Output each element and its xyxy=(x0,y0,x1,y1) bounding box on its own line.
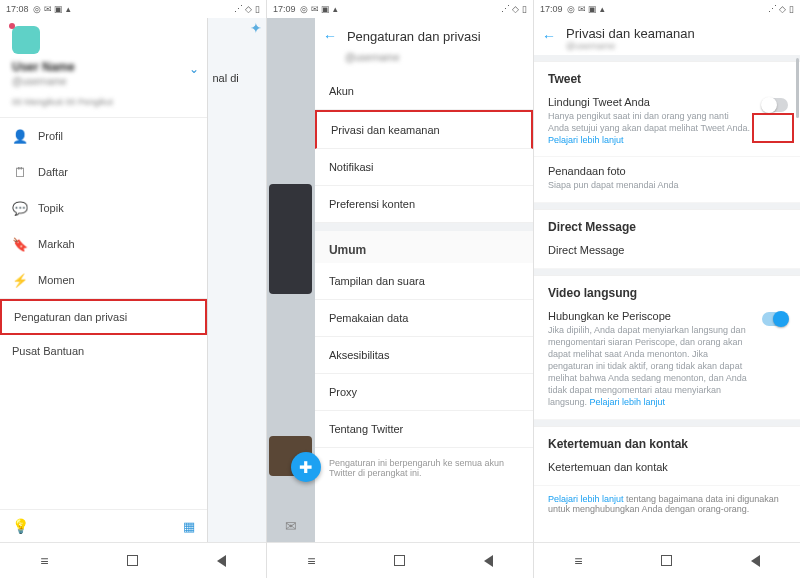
drawer-menu: User Name @username ⌄ 00 Mengikuti 00 Pe… xyxy=(0,18,207,542)
page-title: Privasi dan keamanan xyxy=(566,26,695,41)
status-bar: 17:08 ◎ ✉ ▣ ▴ ⋰ ◇ ▯ xyxy=(0,0,266,18)
row-desc: Hanya pengikut saat ini dan orang yang n… xyxy=(548,110,786,146)
discover-footer: Pelajari lebih lanjut tentang bagaimana … xyxy=(534,486,800,522)
follow-stats: 00 Mengikuti 00 Pengikut xyxy=(0,95,207,117)
row-notifikasi[interactable]: Notifikasi xyxy=(315,149,533,186)
menu-topik[interactable]: 💬 Topik xyxy=(0,190,207,226)
status-bar: 17:09 ◎ ✉ ▣ ▴ ⋰ ◇ ▯ xyxy=(534,0,800,18)
back-icon[interactable]: ← xyxy=(323,28,341,44)
row-label: Ketertemuan dan kontak xyxy=(548,461,786,473)
nav-recent[interactable]: ≡ xyxy=(301,551,321,571)
user-handle: @username xyxy=(12,76,195,87)
row-pemakaian-data[interactable]: Pemakaian data xyxy=(315,300,533,337)
android-navbar: ≡ xyxy=(534,542,800,578)
chevron-down-icon[interactable]: ⌄ xyxy=(189,62,199,76)
avatar[interactable] xyxy=(12,26,40,54)
row-label: Penandaan foto xyxy=(548,165,786,177)
sparkle-icon[interactable]: ✦ xyxy=(250,20,262,36)
learn-more-link[interactable]: Pelajari lebih lanjut xyxy=(548,135,624,145)
toggle-periscope[interactable] xyxy=(762,312,788,326)
nav-home[interactable] xyxy=(390,551,410,571)
section-discover: Ketertemuan dan kontak xyxy=(534,426,800,453)
menu-label: Momen xyxy=(38,274,75,286)
menu-label: Profil xyxy=(38,130,63,142)
user-name: User Name xyxy=(12,60,195,74)
row-desc: Jika dipilih, Anda dapat menyiarkan lang… xyxy=(548,324,786,409)
compose-fab[interactable]: ✚ xyxy=(291,452,321,482)
account-handle: @username xyxy=(315,50,533,73)
menu-momen[interactable]: ⚡ Momen xyxy=(0,262,207,298)
row-proxy[interactable]: Proxy xyxy=(315,374,533,411)
moments-icon: ⚡ xyxy=(12,272,28,288)
qr-icon[interactable]: ▦ xyxy=(183,519,195,534)
menu-profil[interactable]: 👤 Profil xyxy=(0,118,207,154)
menu-label: Daftar xyxy=(38,166,68,178)
menu-label: Topik xyxy=(38,202,64,214)
nav-back[interactable] xyxy=(212,551,232,571)
row-tampilan-suara[interactable]: Tampilan dan suara xyxy=(315,263,533,300)
menu-daftar[interactable]: 🗒 Daftar xyxy=(0,154,207,190)
menu-label: Pusat Bantuan xyxy=(12,345,84,357)
menu-label: Markah xyxy=(38,238,75,250)
settings-backdrop: ✚ ✉ xyxy=(267,18,315,542)
user-block[interactable]: User Name @username ⌄ xyxy=(0,56,207,95)
row-preferensi-konten[interactable]: Preferensi konten xyxy=(315,186,533,223)
android-navbar: ≡ xyxy=(267,542,533,578)
row-desc: Siapa pun dapat menandai Anda xyxy=(548,179,786,191)
page-title: Pengaturan dan privasi xyxy=(347,29,481,44)
menu-help[interactable]: Pusat Bantuan xyxy=(0,335,207,367)
menu-markah[interactable]: 🔖 Markah xyxy=(0,226,207,262)
bulb-icon[interactable]: 💡 xyxy=(12,518,29,534)
row-akun[interactable]: Akun xyxy=(315,73,533,110)
topic-icon: 💬 xyxy=(12,200,28,216)
row-discoverability[interactable]: Ketertemuan dan kontak xyxy=(534,453,800,486)
row-direct-message[interactable]: Direct Message xyxy=(534,236,800,269)
drawer-backdrop[interactable]: ✦ nal di xyxy=(207,18,266,542)
section-video: Video langsung xyxy=(534,275,800,302)
learn-more-link[interactable]: Pelajari lebih lanjut xyxy=(548,494,624,504)
menu-settings-privacy[interactable]: Pengaturan dan privasi xyxy=(0,299,207,335)
backdrop-text: nal di xyxy=(208,68,266,88)
pane-privacy-safety: 17:09 ◎ ✉ ▣ ▴ ⋰ ◇ ▯ ← Privasi dan keaman… xyxy=(534,0,800,578)
toggle-protect-tweets[interactable] xyxy=(762,98,788,112)
nav-back[interactable] xyxy=(479,551,499,571)
account-handle: @username xyxy=(566,41,695,51)
pane-settings: 17:09 ◎ ✉ ▣ ▴ ⋰ ◇ ▯ ✚ ✉ ← Pengaturan dan… xyxy=(267,0,534,578)
row-aksesibilitas[interactable]: Aksesibilitas xyxy=(315,337,533,374)
nav-home[interactable] xyxy=(657,551,677,571)
row-label: Lindungi Tweet Anda xyxy=(548,96,786,108)
menu-label: Pengaturan dan privasi xyxy=(14,311,127,323)
row-privasi-keamanan[interactable]: Privasi dan keamanan xyxy=(315,110,533,149)
row-tentang-twitter[interactable]: Tentang Twitter xyxy=(315,411,533,448)
settings-footer-note: Pengaturan ini berpengaruh ke semua akun… xyxy=(315,448,533,488)
row-label: Hubungkan ke Periscope xyxy=(548,310,786,322)
person-icon: 👤 xyxy=(12,128,28,144)
android-navbar: ≡ xyxy=(0,542,266,578)
section-umum: Umum xyxy=(315,231,533,263)
media-thumb xyxy=(269,184,312,294)
nav-recent[interactable]: ≡ xyxy=(568,551,588,571)
nav-home[interactable] xyxy=(123,551,143,571)
section-dm: Direct Message xyxy=(534,209,800,236)
highlight-toggle xyxy=(752,113,794,143)
bookmark-icon: 🔖 xyxy=(12,236,28,252)
row-label: Direct Message xyxy=(548,244,786,256)
row-photo-tagging[interactable]: Penandaan foto Siapa pun dapat menandai … xyxy=(534,157,800,202)
learn-more-link[interactable]: Pelajari lebih lanjut xyxy=(590,397,666,407)
status-bar: 17:09 ◎ ✉ ▣ ▴ ⋰ ◇ ▯ xyxy=(267,0,533,18)
section-tweet: Tweet xyxy=(534,61,800,88)
nav-recent[interactable]: ≡ xyxy=(34,551,54,571)
back-icon[interactable]: ← xyxy=(542,28,560,44)
nav-back[interactable] xyxy=(746,551,766,571)
list-icon: 🗒 xyxy=(12,164,28,180)
pane-drawer: 17:08 ◎ ✉ ▣ ▴ ⋰ ◇ ▯ User Name @username … xyxy=(0,0,267,578)
row-periscope[interactable]: Hubungkan ke Periscope Jika dipilih, And… xyxy=(534,302,800,420)
dm-icon[interactable]: ✉ xyxy=(285,518,297,534)
